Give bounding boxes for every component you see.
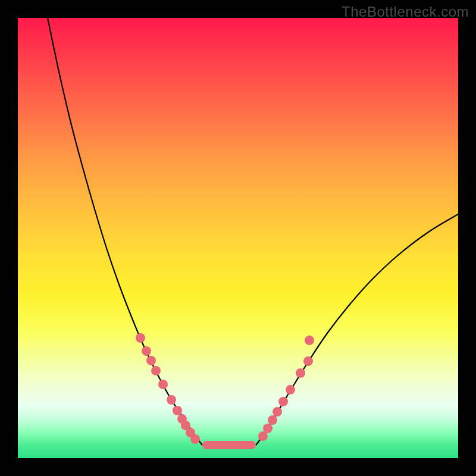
data-marker — [167, 395, 176, 405]
data-marker — [136, 333, 145, 343]
data-marker — [286, 385, 295, 394]
chart-svg — [18, 18, 458, 458]
data-marker — [303, 356, 313, 366]
plot-area — [18, 18, 458, 458]
flat-segment — [202, 441, 256, 449]
data-marker — [263, 424, 273, 433]
data-marker — [273, 407, 282, 416]
data-marker — [142, 346, 151, 356]
data-marker — [190, 434, 200, 444]
left-curve — [48, 18, 202, 445]
outer-frame: TheBottleneck.com — [0, 0, 476, 476]
data-marker — [158, 380, 168, 389]
data-marker — [268, 415, 277, 425]
data-marker — [278, 397, 288, 406]
data-marker — [173, 406, 182, 415]
right-curve — [256, 214, 458, 445]
watermark-text: TheBottleneck.com — [342, 4, 469, 20]
markers-right — [258, 336, 314, 441]
data-marker — [146, 356, 156, 365]
data-marker — [151, 366, 161, 375]
data-marker — [305, 336, 314, 345]
data-marker — [296, 368, 305, 378]
